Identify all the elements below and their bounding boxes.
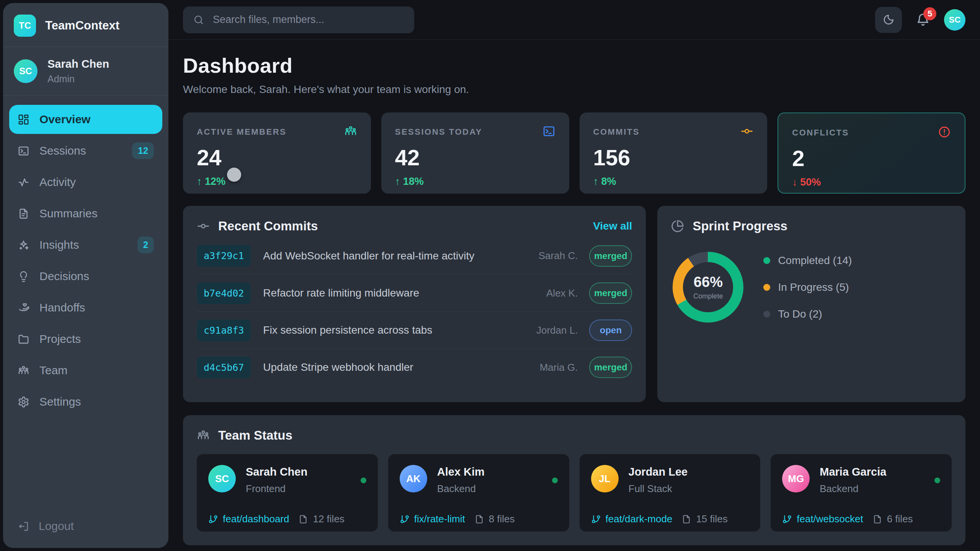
search-bar[interactable]: [183, 7, 414, 33]
files-group: 6 files: [872, 513, 913, 525]
stat-card-commits[interactable]: COMMITS 156 ↑ 8%: [580, 112, 768, 194]
file-icon: [872, 514, 882, 524]
stat-label: ACTIVE MEMBERS: [197, 125, 286, 137]
commit-row[interactable]: c91a8f3 Fix session persistence across t…: [197, 311, 632, 349]
branch-link[interactable]: fix/rate-limit: [400, 513, 465, 525]
stat-value: 42: [395, 145, 555, 170]
app-logo[interactable]: TC TeamContext: [3, 3, 168, 47]
branch-name: feat/dashboard: [223, 513, 289, 525]
commit-row[interactable]: b7e4d02 Refactor rate limiting middlewar…: [197, 274, 632, 311]
file-icon: [474, 514, 484, 524]
files-count: 12 files: [313, 513, 344, 525]
branch-name: feat/dark-mode: [606, 513, 673, 525]
team-member-card-maria-garcia: MG Maria Garcia Backend feat/websocket 6…: [771, 454, 952, 531]
sidebar-item-handoffs[interactable]: Handoffs: [9, 293, 162, 322]
sidebar-item-label: Overview: [39, 113, 90, 126]
sidebar-panel: TC TeamContext SC Sarah Chen Admin Overv…: [3, 3, 168, 548]
sidebar-item-badge: 2: [137, 236, 154, 253]
sidebar-item-label: Summaries: [39, 207, 98, 220]
stat-delta: ↑ 8%: [593, 176, 754, 187]
search-icon: [193, 14, 204, 26]
commit-message: Fix session persistence across tabs: [263, 324, 536, 336]
sprint-progress-title: Sprint Progress: [693, 219, 787, 233]
people-icon: [197, 429, 210, 442]
sidebar-item-activity[interactable]: Activity: [9, 168, 162, 197]
commit-author: Jordan L.: [536, 324, 578, 336]
sidebar-item-badge: 12: [132, 142, 154, 159]
branch-link[interactable]: feat/dark-mode: [591, 513, 673, 525]
sidebar-item-decisions[interactable]: Decisions: [9, 262, 162, 291]
stat-card-sessions-today[interactable]: SESSIONS TODAY 42 ↑ 18%: [381, 112, 569, 194]
files-group: 8 files: [474, 513, 515, 525]
logout-button[interactable]: Logout: [18, 520, 154, 533]
stat-value: 156: [593, 145, 754, 170]
team-member-card-alex-kim: AK Alex Kim Backend fix/rate-limit 8 fil…: [388, 454, 569, 531]
commit-author: Sarah C.: [539, 250, 578, 262]
view-all-link[interactable]: View all: [593, 220, 632, 232]
grid-icon: [18, 114, 29, 126]
people-icon: [18, 365, 29, 377]
activity-icon: [18, 176, 29, 188]
stat-label: CONFLICTS: [792, 126, 849, 138]
commit-hash: b7e4d02: [197, 282, 251, 304]
sprint-body: 66% Complete Completed (14) In Progress …: [671, 252, 952, 323]
main-column: 5 SC Dashboard Welcome back, Sarah. Here…: [168, 0, 980, 551]
search-input[interactable]: [213, 14, 404, 26]
topbar-actions: 5 SC: [875, 7, 965, 33]
sidebar-item-insights[interactable]: Insights 2: [9, 230, 162, 259]
member-role: Full Stack: [629, 483, 749, 495]
notification-badge: 5: [923, 7, 936, 20]
legend-label: Completed (14): [778, 254, 852, 267]
theme-toggle-button[interactable]: [875, 7, 902, 33]
sprint-donut-chart: 66% Complete: [673, 252, 743, 323]
lightbulb-icon: [18, 271, 29, 282]
sidebar-item-settings[interactable]: Settings: [9, 387, 162, 416]
stat-label: COMMITS: [593, 125, 640, 137]
commit-row[interactable]: d4c5b67 Update Stripe webhook handler Ma…: [197, 349, 632, 386]
sidebar-item-sessions[interactable]: Sessions 12: [9, 136, 162, 165]
stat-value: 24: [197, 145, 357, 170]
legend-item-in-progress: In Progress (5): [763, 281, 852, 293]
stat-label: SESSIONS TODAY: [395, 125, 482, 137]
online-status-dot: [361, 478, 366, 483]
user-avatar[interactable]: SC: [944, 9, 965, 31]
sidebar-item-label: Projects: [39, 333, 81, 346]
commit-status-badge: merged: [589, 245, 632, 267]
member-role: Backend: [437, 483, 542, 495]
sidebar-item-projects[interactable]: Projects: [9, 324, 162, 354]
commit-hash: c91a8f3: [197, 320, 251, 341]
commit-row[interactable]: a3f29c1 Add WebSocket handler for real-t…: [197, 237, 632, 274]
member-name: Alex Kim: [437, 466, 542, 478]
member-avatar: MG: [782, 465, 810, 492]
file-icon: [681, 514, 691, 524]
gear-icon: [18, 396, 29, 408]
sidebar-item-label: Activity: [39, 176, 76, 189]
stat-card-active-members[interactable]: ACTIVE MEMBERS 24 ↑ 12%: [183, 112, 371, 194]
commit-status-badge: merged: [589, 357, 632, 378]
team-status-panel: Team Status SC Sarah Chen Frontend feat/…: [183, 415, 965, 545]
donut-center: 66% Complete: [683, 262, 733, 312]
sidebar-item-summaries[interactable]: Summaries: [9, 199, 162, 228]
sidebar-profile: SC Sarah Chen Admin: [3, 47, 168, 96]
member-avatar: SC: [208, 465, 236, 492]
sidebar-item-overview[interactable]: Overview: [9, 105, 162, 134]
branch-link[interactable]: feat/dashboard: [208, 513, 289, 525]
branch-link[interactable]: feat/websocket: [782, 513, 863, 525]
git-commit-icon: [197, 220, 210, 233]
sidebar-item-label: Decisions: [39, 270, 89, 283]
sidebar-item-team[interactable]: Team: [9, 356, 162, 385]
notifications-button[interactable]: 5: [916, 13, 930, 27]
donut-caption: Complete: [693, 292, 723, 300]
git-branch-icon: [208, 514, 218, 524]
stat-card-conflicts[interactable]: CONFLICTS 2 ↓ 50%: [777, 112, 965, 194]
sidebar-item-label: Sessions: [39, 144, 86, 157]
git-commit-icon: [740, 125, 753, 138]
recent-commits-title: Recent Commits: [218, 219, 318, 233]
logout-icon: [18, 520, 29, 532]
commit-status-badge: merged: [589, 282, 632, 304]
app-name: TeamContext: [45, 19, 119, 33]
commit-message: Refactor rate limiting middleware: [263, 287, 546, 299]
git-branch-icon: [782, 514, 792, 524]
member-avatar: JL: [591, 465, 619, 492]
app-logo-icon: TC: [14, 15, 36, 37]
